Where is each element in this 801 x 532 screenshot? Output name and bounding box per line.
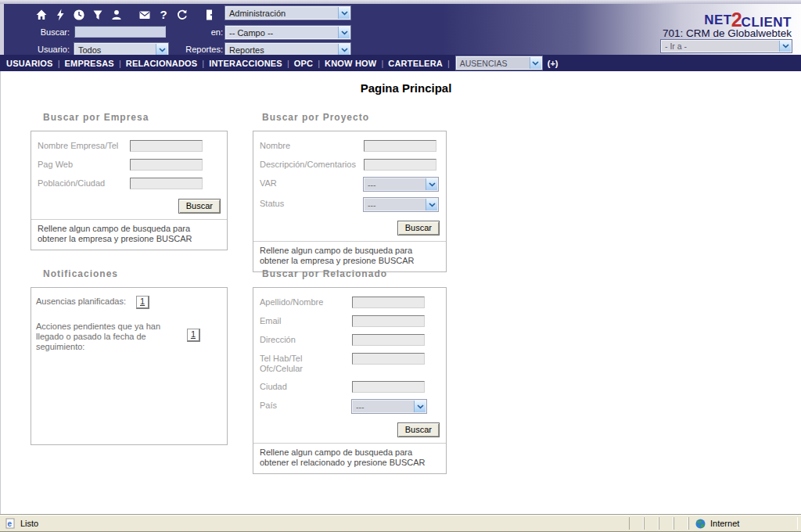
status-zone: Internet (688, 517, 798, 530)
status-select[interactable]: --- (364, 198, 438, 211)
form-row: Email (260, 315, 440, 327)
var-select[interactable]: --- (364, 178, 438, 191)
pais-select[interactable]: --- (352, 400, 426, 413)
field-label: VAR (260, 178, 364, 191)
pais-select-value: --- (353, 402, 414, 412)
status-left: e Listo (0, 518, 629, 529)
nav-item-cartelera[interactable]: CARTELERA (388, 59, 443, 68)
apellido-nombre-input[interactable] (352, 297, 425, 308)
filter-icon[interactable] (92, 9, 104, 21)
notification-item: Ausencias planificadas: 1 (36, 296, 219, 309)
ausencias-select[interactable]: AUSENCIAS (456, 56, 542, 70)
field-label: Población/Ciudad (38, 178, 130, 189)
notification-text: Acciones pendientes que ya han llegado o… (36, 322, 160, 351)
form-row: Nombre Empresa/Tel (38, 140, 221, 152)
proyecto-help-text: Rellene algun campo de busqueda para obt… (253, 241, 446, 271)
telefonos-input[interactable] (352, 353, 425, 365)
nav-item-empresas[interactable]: EMPRESAS (65, 59, 114, 68)
direccion-input[interactable] (352, 334, 425, 346)
exit-icon[interactable] (204, 9, 217, 21)
relacionado-panel-heading: Buscar por Relacionado (262, 268, 387, 279)
goto-select-value: - Ir a - (662, 41, 779, 51)
nav-item-opc[interactable]: OPC (294, 59, 313, 68)
pag-web-input[interactable] (130, 159, 203, 171)
proyecto-panel-heading: Buscar por Proyecto (262, 112, 369, 123)
ciudad-input[interactable] (352, 381, 425, 393)
descripcion-input[interactable] (364, 159, 436, 171)
en-label: en: (187, 27, 223, 37)
flash-icon[interactable] (54, 9, 66, 21)
app-title: 701: CRM de Globalwebtek (663, 27, 792, 39)
empresa-buscar-button[interactable]: Buscar (178, 199, 221, 214)
mail-icon[interactable] (138, 9, 151, 21)
campo-select[interactable]: -- Campo -- (225, 26, 350, 39)
form-row: Población/Ciudad (38, 178, 221, 189)
chevron-down-icon (338, 44, 350, 56)
nombre-empresa-input[interactable] (130, 140, 203, 152)
campo-select-value: -- Campo -- (226, 28, 338, 38)
app-header: ? Administración Buscar: en: -- Campo --… (4, 4, 801, 55)
ausencias-select-value: AUSENCIAS (457, 59, 530, 68)
field-label: Status (260, 198, 364, 211)
form-row: VAR --- (260, 178, 440, 191)
nav-add-button[interactable]: (+) (548, 59, 559, 68)
form-row: Descripción/Comentarios (260, 159, 440, 171)
field-label: Apellido/Nombre (260, 297, 352, 308)
user-icon[interactable] (110, 9, 123, 21)
empresa-panel-heading: Buscar por Empresa (43, 112, 149, 123)
ie-page-icon: e (5, 518, 16, 529)
form-row: Status --- (260, 198, 440, 211)
status-cell (659, 517, 673, 530)
empresa-panel: Nombre Empresa/Tel Pag Web Población/Ciu… (31, 131, 228, 250)
clock-icon[interactable] (73, 9, 85, 21)
help-icon[interactable]: ? (157, 9, 170, 21)
field-label: Tel Hab/Tel Ofc/Celular (260, 353, 322, 374)
home-icon[interactable] (35, 9, 48, 21)
module-select[interactable]: Administración (225, 6, 350, 20)
field-label: Ciudad (260, 381, 352, 393)
status-text: Listo (20, 519, 38, 528)
refresh-icon[interactable] (176, 9, 189, 21)
form-row: País --- (260, 400, 440, 413)
nav-item-usuarios[interactable]: USUARIOS (6, 59, 53, 68)
chevron-down-icon (426, 178, 437, 190)
status-cell (629, 517, 644, 530)
nav-item-interacciones[interactable]: INTERACCIONES (209, 59, 282, 68)
reportes-select-value: Reportes (226, 45, 338, 55)
form-row: Dirección (260, 334, 440, 346)
status-select-value: --- (365, 200, 426, 210)
relacionado-help-text: Rellene algun campo de busqueda para obt… (253, 443, 446, 473)
chevron-down-icon (426, 199, 437, 210)
relacionado-buscar-button[interactable]: Buscar (397, 422, 440, 437)
status-bar: e Listo Internet (0, 515, 801, 532)
form-row: Nombre (260, 140, 440, 152)
main-content: Pagina Principal Buscar por Empresa Nomb… (0, 71, 801, 515)
field-label: Descripción/Comentarios (260, 159, 364, 171)
empresa-help-text: Rellene algun campo de busqueda para obt… (31, 219, 227, 250)
email-input[interactable] (352, 315, 425, 327)
chevron-down-icon (156, 44, 167, 56)
proyecto-panel: Nombre Descripción/Comentarios VAR --- S… (253, 131, 447, 272)
field-label: Nombre (260, 140, 364, 152)
acciones-count-button[interactable]: 1 (187, 329, 200, 342)
search-input[interactable] (74, 26, 166, 38)
goto-select[interactable]: - Ir a - (661, 40, 792, 52)
ausencias-count-button[interactable]: 1 (136, 296, 149, 309)
field-label: Nombre Empresa/Tel (38, 140, 130, 152)
usuario-label: Usuario: (24, 45, 70, 54)
reportes-label: Reportes: (178, 45, 223, 54)
nav-item-know-how[interactable]: KNOW HOW (325, 59, 376, 68)
nav-item-relacionados[interactable]: RELACIONADOS (126, 59, 198, 68)
buscar-label: Buscar: (24, 27, 70, 37)
field-label: Dirección (260, 334, 352, 346)
poblacion-input[interactable] (130, 178, 203, 189)
proyecto-nombre-input[interactable] (364, 140, 436, 152)
chevron-down-icon (530, 57, 541, 69)
status-zone-text: Internet (710, 519, 739, 528)
form-row: Ciudad (260, 381, 440, 393)
proyecto-buscar-button[interactable]: Buscar (397, 221, 440, 235)
status-cell (644, 517, 659, 530)
chevron-down-icon (338, 27, 350, 38)
usuario-select-value: Todos (75, 45, 156, 55)
notificaciones-panel: Ausencias planificadas: 1 Acciones pendi… (31, 287, 228, 445)
